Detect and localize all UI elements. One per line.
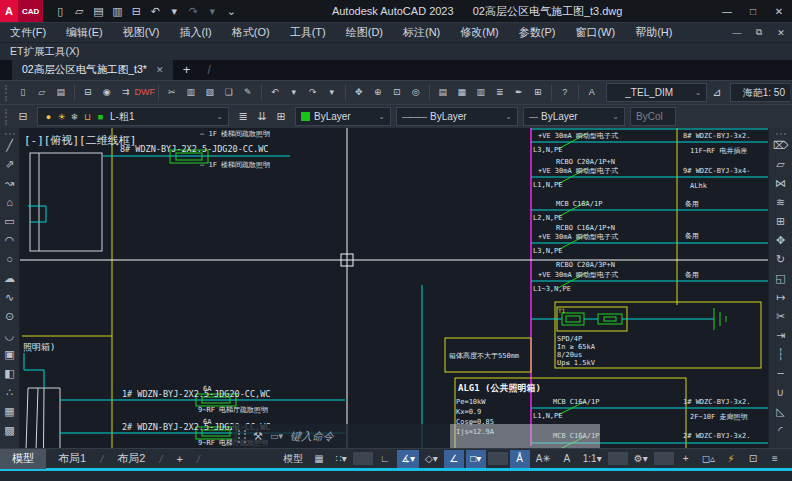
wrench-customize-icon[interactable]: ⚒ (253, 430, 263, 443)
plot-icon[interactable]: ⊟ (127, 2, 145, 20)
zoom-previous-icon[interactable]: ◎ (407, 84, 425, 102)
menu-item[interactable]: 窗口(W) (565, 23, 625, 42)
tab-model[interactable]: 模型 (0, 449, 46, 469)
layer-thaw-sun-icon[interactable]: ☀ (56, 112, 67, 122)
polygon-icon[interactable]: ⌂ (1, 193, 19, 212)
break-icon[interactable]: ╌ (772, 364, 790, 383)
open-file-icon[interactable]: ▱ (70, 2, 88, 20)
point-icon[interactable]: ∴ (1, 383, 19, 402)
new-icon[interactable]: ▯ (14, 84, 32, 102)
doc-close-button[interactable]: ✕ (770, 23, 792, 42)
annotation-scale-button[interactable]: 1:1▾ (579, 450, 606, 468)
menu-item[interactable]: 标注(N) (393, 23, 450, 42)
extend-icon[interactable]: ⇥ (772, 326, 790, 345)
drawing-canvas[interactable]: [-][俯视][二维线框] — 1F 楼梯间疏散照明 8# WDZN-BYJ-2… (20, 128, 768, 448)
properties-palette-icon[interactable]: ▤ (434, 84, 452, 102)
isolate-objects-icon[interactable]: ◻▵ (698, 450, 719, 468)
layer-states-icon[interactable]: ≣ (234, 108, 252, 126)
offset-icon[interactable]: ≋ (772, 193, 790, 212)
paper-model-button[interactable]: 模型 (279, 450, 307, 468)
text-style-icon[interactable]: A (583, 84, 601, 102)
layer-dropdown[interactable]: ●☀❄⊔■ L-粗1 ⌄ (37, 107, 229, 126)
annotation-icon[interactable]: A (557, 450, 577, 468)
erase-icon[interactable]: ⌦ (772, 136, 790, 155)
fillet-icon[interactable]: ◜ (772, 421, 790, 440)
layer-on-bulb-icon[interactable]: ● (43, 112, 54, 122)
join-icon[interactable]: ∪ (772, 383, 790, 402)
autoscale-icon[interactable]: A✳ (532, 450, 555, 468)
block-editor-icon[interactable]: ✎ (239, 84, 257, 102)
qat-customize-icon[interactable]: ⌄ (222, 2, 240, 20)
zoom-realtime-icon[interactable]: ⊕ (369, 84, 387, 102)
document-tab-active[interactable]: 02高层公区电气施工图_t3* ✕ (12, 60, 173, 80)
palette-grip[interactable] (5, 130, 15, 135)
undo-icon[interactable]: ↶ (146, 2, 164, 20)
tool-palettes-icon[interactable]: ▥ (472, 84, 490, 102)
new-file-icon[interactable]: ▯ (51, 2, 69, 20)
redo-chevron-icon[interactable]: ▾ (203, 2, 221, 20)
ellipse-icon[interactable]: ⊙ (1, 307, 19, 326)
close-tab-icon[interactable]: ✕ (156, 65, 164, 75)
crosshair-plus-icon[interactable]: + (676, 450, 696, 468)
redo-chevron-icon[interactable]: ▾ (323, 84, 341, 102)
tab-layout1[interactable]: 布局1 (46, 449, 98, 469)
grid-icon[interactable]: ▦ (309, 450, 329, 468)
menu-item[interactable]: 修改(M) (450, 23, 509, 42)
annotation-visibility-icon[interactable]: Å (510, 450, 530, 468)
chamfer-icon[interactable]: ◺ (772, 402, 790, 421)
make-block-icon[interactable]: ◧ (1, 364, 19, 383)
undo-chevron-icon[interactable]: ▾ (165, 2, 183, 20)
menu-item[interactable]: 工具(T) (280, 23, 336, 42)
stretch-icon[interactable]: ↦ (772, 288, 790, 307)
minimize-button[interactable]: — (714, 0, 740, 22)
clean-screen-icon[interactable]: ⊡ (743, 450, 763, 468)
arc-icon[interactable]: ◠ (1, 231, 19, 250)
hatch-icon[interactable]: ▦ (1, 402, 19, 421)
move-icon[interactable]: ✥ (772, 231, 790, 250)
toolbar-grip[interactable] (5, 85, 10, 101)
save-icon[interactable]: ▤ (52, 84, 70, 102)
command-line-bar[interactable]: ⚒ ▭▾ 键入命令 (232, 424, 600, 448)
maximize-button[interactable]: □ (740, 0, 766, 22)
menu-item[interactable]: 视图(V) (113, 23, 170, 42)
polar-tracking-icon[interactable]: ∡▾ (397, 450, 419, 468)
export-dwf-icon[interactable]: DWF (136, 84, 154, 102)
layer-viewport-freeze-icon[interactable]: ❄ (69, 112, 80, 122)
cut-icon[interactable]: ✂ (163, 84, 181, 102)
trim-icon[interactable]: ✂ (772, 307, 790, 326)
publish-icon[interactable]: ⇉ (117, 84, 135, 102)
dim-style-dropdown[interactable]: _TEL_DIM ⌄ (606, 83, 708, 102)
rectangle-icon[interactable]: ▭ (1, 212, 19, 231)
snap-icon[interactable]: ∷▾ (331, 450, 351, 468)
menu-item[interactable]: 插入(I) (169, 23, 221, 42)
spline-icon[interactable]: ∿ (1, 288, 19, 307)
insert-block-icon[interactable]: ▣ (1, 345, 19, 364)
copy-icon[interactable]: ▥ (182, 84, 200, 102)
doc-minimize-button[interactable]: — (726, 23, 748, 42)
quickcalc-icon[interactable]: ⊞ (529, 84, 547, 102)
plot-preview-icon[interactable]: ◉ (98, 84, 116, 102)
scale-icon[interactable]: ◱ (772, 269, 790, 288)
break-at-point-icon[interactable]: ┆ (772, 345, 790, 364)
layer-unlock-icon[interactable]: ⊔ (82, 112, 93, 122)
toolbar-grip[interactable] (5, 109, 10, 125)
rotate-icon[interactable]: ↻ (772, 250, 790, 269)
workspace-gear-icon[interactable]: ⚙▾ (630, 450, 652, 468)
object-snap-icon[interactable]: □▾ (466, 450, 486, 468)
menu-item[interactable]: 编辑(E) (56, 23, 113, 42)
redo-icon[interactable]: ↷ (304, 84, 322, 102)
graphics-performance-icon[interactable]: ⚡ (721, 450, 741, 468)
polyline-icon[interactable]: ↝ (1, 174, 19, 193)
doc-restore-button[interactable]: ⧉ (748, 23, 770, 42)
menu-item[interactable]: 参数(P) (509, 23, 566, 42)
sheet-set-manager-icon[interactable]: ≣ (491, 84, 509, 102)
undo-chevron-icon[interactable]: ▾ (285, 84, 303, 102)
ortho-icon[interactable]: ∟ (375, 450, 395, 468)
menu-item[interactable]: 绘图(D) (336, 23, 393, 42)
markup-icon[interactable]: ✒ (510, 84, 528, 102)
redo-icon[interactable]: ↷ (184, 2, 202, 20)
close-button[interactable]: ✕ (766, 0, 792, 22)
command-input[interactable]: 键入命令 (290, 429, 334, 444)
layer-color-swatch[interactable]: ■ (95, 112, 106, 122)
open-icon[interactable]: ▱ (33, 84, 51, 102)
